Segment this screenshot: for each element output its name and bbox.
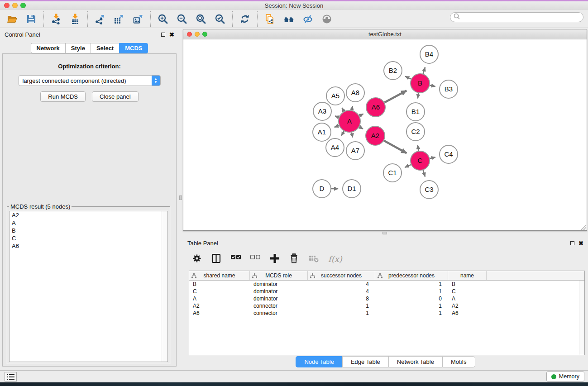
table-cell[interactable]: dominator xyxy=(250,288,308,295)
task-history-button[interactable] xyxy=(5,372,17,381)
table-cell[interactable]: A2 xyxy=(189,303,250,309)
mcds-result-item[interactable]: A2 xyxy=(10,211,167,219)
edge-C-C4[interactable] xyxy=(430,157,435,159)
float-panel-icon[interactable] xyxy=(161,33,165,37)
edge-A-A3[interactable] xyxy=(335,116,339,117)
table-cell[interactable]: 4 xyxy=(308,288,375,295)
table-cell[interactable]: A xyxy=(448,295,487,302)
network-window-titlebar[interactable]: testGlobe.txt xyxy=(183,29,587,39)
edge-A-A2[interactable] xyxy=(359,127,363,129)
tab-edge-table[interactable]: Edge Table xyxy=(342,356,388,367)
zoom-out-button[interactable] xyxy=(172,11,191,27)
mcds-result-item[interactable]: C xyxy=(10,234,167,242)
edge-B-B3[interactable] xyxy=(430,85,435,86)
zoom-in-button[interactable] xyxy=(153,11,172,27)
edge-C-C3[interactable] xyxy=(423,170,425,176)
table-cell[interactable]: B xyxy=(448,281,487,287)
tab-select[interactable]: Select xyxy=(91,43,119,53)
table-cell[interactable]: 1 xyxy=(308,310,375,316)
table-cell[interactable]: 1 xyxy=(375,288,448,295)
refresh-layout-button[interactable] xyxy=(235,11,254,27)
network-canvas[interactable]: B4B2BB3A8A5A6A3B1AA1C2A2A4A7C4CC1DD1C3 xyxy=(183,39,587,230)
column-layout-button[interactable] xyxy=(211,253,222,264)
window-resize-handle[interactable] xyxy=(581,225,586,230)
import-network-button[interactable] xyxy=(47,11,66,27)
table-cell[interactable]: dominator xyxy=(250,281,308,287)
mcds-result-item[interactable]: A6 xyxy=(10,242,167,250)
table-cell[interactable]: A6 xyxy=(189,310,250,316)
table-cell[interactable]: dominator xyxy=(250,295,308,302)
gear-button[interactable] xyxy=(192,253,203,264)
tab-network[interactable]: Network xyxy=(31,43,65,53)
close-panel-icon[interactable]: ✖ xyxy=(169,33,174,37)
export-table-button[interactable] xyxy=(110,11,129,27)
table-cell[interactable]: 8 xyxy=(308,295,375,302)
network-zoom-button[interactable] xyxy=(202,32,207,37)
table-cell[interactable]: A6 xyxy=(448,310,487,316)
column-header-shared-name[interactable]: shared name xyxy=(189,271,250,280)
table-cell[interactable]: A xyxy=(189,295,250,302)
mcds-list-scrollbar[interactable] xyxy=(162,211,167,362)
edge-A-A1[interactable] xyxy=(335,125,339,127)
tab-motifs[interactable]: Motifs xyxy=(442,356,475,367)
mcds-result-item[interactable]: A xyxy=(10,219,167,227)
export-image-button[interactable] xyxy=(129,11,148,27)
edge-B-B1[interactable] xyxy=(418,93,419,99)
table-cell[interactable]: connector xyxy=(250,303,308,309)
duplicate-network-button[interactable] xyxy=(260,11,279,27)
table-cell[interactable]: connector xyxy=(250,310,308,316)
column-header-predecessor-nodes[interactable]: predecessor nodes xyxy=(375,271,448,280)
close-table-panel-icon[interactable]: ✖ xyxy=(578,241,583,245)
close-window-button[interactable] xyxy=(4,3,10,8)
column-header-successor-nodes[interactable]: successor nodes xyxy=(308,271,375,280)
home-layout-button[interactable] xyxy=(279,11,298,27)
close-panel-button[interactable]: Close panel xyxy=(92,91,139,102)
deselect-all-button[interactable] xyxy=(250,253,261,264)
import-table-button[interactable] xyxy=(66,11,85,27)
delete-column-button[interactable] xyxy=(289,253,300,264)
export-network-button[interactable] xyxy=(91,11,110,27)
edge-A6-B[interactable] xyxy=(384,91,406,102)
edge-A-A6[interactable] xyxy=(359,114,363,116)
tab-mcds[interactable]: MCDS xyxy=(119,43,148,53)
table-cell[interactable]: 1 xyxy=(375,310,448,316)
tab-style[interactable]: Style xyxy=(65,43,91,53)
table-cell[interactable]: 4 xyxy=(308,281,375,287)
edge-A2-C[interactable] xyxy=(384,141,406,153)
tab-network-table[interactable]: Network Table xyxy=(388,356,442,367)
edge-B-B4[interactable] xyxy=(423,67,425,74)
run-mcds-button[interactable]: Run MCDS xyxy=(40,91,86,102)
vertical-splitter-handle[interactable] xyxy=(179,195,182,200)
horizontal-splitter-handle[interactable] xyxy=(382,232,387,234)
edge-A-A4[interactable] xyxy=(341,131,344,136)
hide-panel-eye-button[interactable] xyxy=(298,11,317,27)
edge-C-C1[interactable] xyxy=(405,165,411,167)
table-cell[interactable]: 1 xyxy=(375,281,448,287)
zoom-selected-button[interactable] xyxy=(210,11,229,27)
zoom-window-button[interactable] xyxy=(20,3,26,8)
column-header-name[interactable]: name xyxy=(448,271,487,280)
float-table-panel-icon[interactable] xyxy=(570,241,574,245)
network-close-button[interactable] xyxy=(187,32,192,37)
edge-A-A8[interactable] xyxy=(352,106,353,110)
select-all-button[interactable] xyxy=(231,253,242,264)
mcds-result-item[interactable]: B xyxy=(10,227,167,234)
table-cell[interactable]: A2 xyxy=(448,303,487,309)
open-file-button[interactable] xyxy=(3,11,22,27)
zoom-fit-button[interactable] xyxy=(191,11,210,27)
memory-button[interactable]: Memory xyxy=(546,372,584,381)
table-scrollbar[interactable] xyxy=(579,281,584,355)
show-eye-button[interactable] xyxy=(317,11,336,27)
edge-B-B2[interactable] xyxy=(405,76,411,79)
search-input[interactable] xyxy=(460,13,583,21)
table-cell[interactable]: 1 xyxy=(375,303,448,309)
table-cell[interactable]: 1 xyxy=(308,303,375,309)
save-session-button[interactable] xyxy=(22,11,41,27)
add-column-button[interactable] xyxy=(270,253,281,264)
network-minimize-button[interactable] xyxy=(195,32,200,37)
edge-A-A5[interactable] xyxy=(342,108,344,111)
edge-C-C2[interactable] xyxy=(418,145,419,151)
search-box[interactable] xyxy=(450,12,583,22)
table-cell[interactable]: C xyxy=(189,288,250,295)
table-cell[interactable]: 0 xyxy=(375,295,448,302)
